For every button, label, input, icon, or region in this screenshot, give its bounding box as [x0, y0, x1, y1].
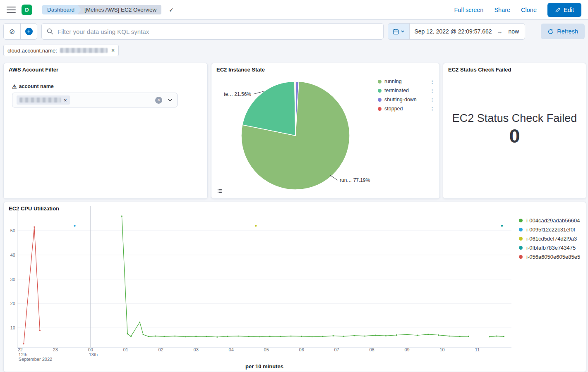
kql-search-box: [41, 23, 384, 40]
date-picker: Sep 12, 2022 @ 22:09:57.662 → now: [388, 23, 526, 40]
warning-icon: ⚠: [12, 84, 17, 89]
legend-label: i-056a6050e605e85e5: [526, 254, 584, 260]
legend-dot-icon: [519, 255, 523, 259]
calendar-icon: [393, 29, 399, 35]
refresh-button-label: Refresh: [557, 28, 578, 35]
legend-item-menu-icon[interactable]: ⋮: [429, 88, 436, 94]
menu-icon[interactable]: [7, 7, 16, 13]
x-axis-tick-label: 06: [299, 347, 304, 352]
date-range-end[interactable]: now: [503, 28, 525, 35]
panel-title: AWS Account Filter: [4, 63, 207, 73]
clear-selection-icon[interactable]: ×: [155, 97, 162, 104]
add-filter-button[interactable]: +: [20, 24, 37, 39]
legend-dot-icon: [519, 228, 523, 231]
legend-item-menu-icon[interactable]: ⋮: [429, 106, 436, 112]
legend-label: terminated: [384, 88, 426, 93]
saved-check-icon: ✓: [169, 7, 174, 13]
legend-item-i-056a6050e605e85e5[interactable]: i-056a6050e605e85e5: [519, 252, 584, 261]
plus-circle-icon: +: [25, 28, 33, 35]
legend-item-menu-icon[interactable]: ⋮: [429, 79, 436, 85]
x-axis-tick-label: 10: [439, 347, 444, 352]
legend-dot-icon: [519, 237, 523, 241]
x-axis-tick-label: 09: [404, 347, 409, 352]
legend-toggle-button[interactable]: [215, 186, 225, 196]
search-icon: [47, 28, 53, 35]
quick-select-date-button[interactable]: [388, 24, 410, 39]
x-axis-month-label: September 2022: [19, 357, 52, 362]
legend-item-i-0095f12c22c31ef0f[interactable]: i-0095f12c22c31ef0f: [519, 225, 584, 234]
circle-slash-icon: ⊘: [9, 28, 15, 35]
breadcrumb-current-dashboard: [Metrics AWS] EC2 Overview: [78, 5, 161, 14]
legend-dot-icon: [519, 219, 523, 222]
legend-item-stopped[interactable]: stopped⋮: [378, 104, 436, 113]
disable-filters-button[interactable]: ⊘: [4, 24, 20, 39]
filter-pill[interactable]: cloud.account.name: ×: [3, 45, 119, 56]
date-range-start[interactable]: Sep 12, 2022 @ 22:09:57.662: [410, 28, 497, 35]
legend-item-terminated[interactable]: terminated⋮: [378, 86, 436, 95]
combobox-caret-icon[interactable]: [167, 97, 173, 103]
edit-button[interactable]: Edit: [547, 3, 581, 17]
x-axis-title: per 10 minutes: [245, 363, 283, 370]
x-axis-tick-label: 00: [88, 347, 93, 352]
legend-label: shutting-down: [384, 97, 426, 103]
x-axis-day-label: 13th: [89, 352, 98, 357]
control-label-text: account name: [19, 83, 54, 89]
x-axis-tick-label: 23: [53, 347, 58, 352]
point-series-i-0fbfafb783e743475[interactable]: [501, 225, 503, 227]
y-axis-tick-label: 40: [10, 253, 15, 258]
point-series-i-061cd5def74d2f9a3[interactable]: [255, 225, 257, 227]
breadcrumb: Dashboard [Metrics AWS] EC2 Overview: [42, 5, 161, 14]
x-axis-tick-label: 11: [475, 347, 480, 352]
legend-dot-icon: [519, 246, 523, 250]
x-axis-tick-label: 05: [264, 347, 269, 352]
cpu-line-chart[interactable]: 10203040502212thSeptember 2022230013th01…: [4, 202, 586, 372]
pie-callout-running: run… 77.19%: [340, 177, 370, 183]
date-range-arrow-icon: →: [497, 28, 503, 35]
legend-item-i-004cad29adab56604[interactable]: i-004cad29adab56604: [519, 216, 584, 225]
filter-pill-field: cloud.account.name:: [7, 48, 57, 54]
legend-label: running: [384, 79, 426, 84]
account-name-combobox[interactable]: × ×: [12, 93, 178, 107]
y-axis-tick-label: 50: [10, 228, 15, 233]
remove-filter-icon[interactable]: ×: [111, 47, 115, 54]
x-axis-tick-label: 08: [369, 347, 374, 352]
clone-link[interactable]: Clone: [521, 7, 537, 13]
full-screen-link[interactable]: Full screen: [454, 7, 483, 13]
space-avatar[interactable]: D: [22, 5, 32, 15]
y-axis-tick-label: 30: [10, 277, 15, 282]
metric-label: EC2 Status Check Failed: [452, 112, 577, 125]
search-input[interactable]: [57, 28, 378, 36]
legend-label: i-0095f12c22c31ef0f: [526, 227, 584, 233]
selected-account-tag[interactable]: ×: [17, 95, 70, 105]
breadcrumb-dashboard[interactable]: Dashboard: [42, 5, 78, 14]
remove-tag-icon[interactable]: ×: [64, 97, 67, 103]
panel-aws-account-filter: AWS Account Filter ⚠ account name × ×: [3, 63, 208, 199]
pie-legend: running⋮terminated⋮shutting-down⋮stopped…: [378, 77, 436, 113]
legend-item-i-061cd5def74d2f9a3[interactable]: i-061cd5def74d2f9a3: [519, 234, 584, 243]
filter-bar: cloud.account.name: ×: [3, 43, 119, 58]
legend-item-running[interactable]: running⋮: [378, 77, 436, 86]
point-series-i-0095f12c22c31ef0f[interactable]: [74, 225, 75, 227]
account-tag-value-redacted: [19, 98, 61, 103]
refresh-button[interactable]: Refresh: [541, 24, 585, 39]
cpu-chart-legend: i-004cad29adab56604i-0095f12c22c31ef0fi-…: [519, 216, 584, 261]
line-series-i-056a6050e605e85e5[interactable]: [24, 227, 40, 344]
legend-item-shutting-down[interactable]: shutting-down⋮: [378, 95, 436, 104]
legend-dot-icon: [378, 89, 382, 93]
line-series-i-004cad29adab56604[interactable]: [122, 216, 468, 337]
control-group-label: ⚠ account name: [12, 83, 207, 89]
share-link[interactable]: Share: [494, 7, 510, 13]
legend-dot-icon: [378, 107, 382, 111]
legend-dot-icon: [378, 98, 382, 102]
filter-pill-value-redacted: [60, 48, 108, 53]
panel-ec2-instance-state: EC2 Instance State te… 21.56%run… 77.19%…: [211, 63, 440, 199]
x-axis-tick-label: 02: [158, 347, 163, 352]
panel-ec2-status-check-failed: EC2 Status Check Failed EC2 Status Check…: [443, 63, 586, 199]
legend-item-i-0fbfafb783e743475[interactable]: i-0fbfafb783e743475: [519, 243, 584, 252]
legend-label: i-004cad29adab56604: [526, 217, 584, 224]
pie-callout-terminated: te… 21.56%: [224, 91, 251, 97]
panel-ec2-cpu-utilization: EC2 CPU Utilization 10203040502212thSept…: [3, 202, 586, 372]
metric-value: 0: [509, 125, 520, 147]
refresh-icon: [547, 29, 554, 35]
legend-item-menu-icon[interactable]: ⋮: [429, 97, 436, 103]
